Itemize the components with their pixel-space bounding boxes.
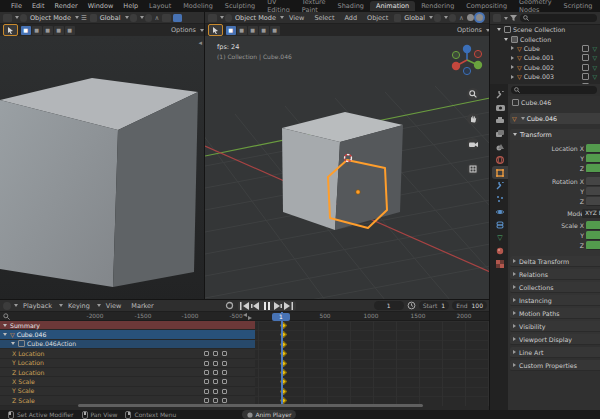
channel-summary[interactable]: Summary (0, 321, 255, 330)
editor-type-3dview-icon[interactable] (208, 14, 217, 22)
mesh-data-icon[interactable] (582, 73, 589, 80)
viewport-left-canvas[interactable]: ◂ (0, 36, 204, 300)
tab-output[interactable] (492, 114, 508, 127)
auto-keying-record-icon[interactable] (225, 301, 234, 310)
current-frame-field[interactable]: 1 (374, 301, 404, 310)
scale-y-field[interactable] (586, 231, 600, 240)
options-center[interactable]: Options (457, 26, 482, 34)
channel-y-location[interactable]: Y Location (0, 359, 255, 368)
editor-type-3dview-icon[interactable] (3, 14, 12, 22)
tab-texture[interactable] (492, 257, 508, 270)
lock-icon[interactable] (222, 370, 227, 375)
outliner-row-collection[interactable]: Collection (490, 34, 600, 43)
editor-type-caret[interactable] (220, 16, 224, 19)
menu-select[interactable]: Select (309, 14, 339, 22)
tab-view-layer[interactable] (492, 127, 508, 140)
active-tool-select-box[interactable] (208, 24, 223, 36)
snap-caret[interactable] (140, 16, 144, 19)
outliner-row-cube003[interactable]: ▽ Cube.003 ▽ (490, 72, 600, 81)
tab-object[interactable] (492, 166, 508, 179)
tab-render[interactable] (492, 101, 508, 114)
tab-shading[interactable]: Shading (332, 1, 370, 11)
previous-keyframe-button[interactable] (251, 302, 261, 310)
keyframe-area[interactable] (255, 321, 490, 406)
rotation-y-field[interactable] (586, 187, 600, 196)
timeline-horizontal-scrollbar[interactable] (78, 404, 423, 407)
tab-material[interactable] (492, 244, 508, 257)
panel-viewport-display[interactable]: Viewport Display (510, 334, 600, 345)
object-type-caret[interactable] (521, 117, 525, 120)
toggle-ortho-icon[interactable] (467, 163, 479, 175)
menu-add[interactable]: Add (339, 14, 362, 22)
orientation-caret[interactable] (125, 16, 129, 19)
rotation-z-field[interactable] (586, 197, 600, 206)
tab-scripting[interactable]: Scripting (558, 1, 599, 11)
proportional-edit-icon[interactable] (145, 14, 152, 22)
select-mode-subtract[interactable]: ■ (248, 26, 258, 35)
select-mode-intersect[interactable]: ■ (65, 26, 75, 35)
jump-to-start-button[interactable] (240, 302, 250, 310)
mesh-data-icon[interactable] (582, 45, 589, 52)
lock-icon[interactable] (222, 361, 227, 366)
rotation-mode-dropdown[interactable]: XYZ Euler (582, 209, 600, 218)
select-mode-extend[interactable]: ■ (32, 26, 42, 35)
mode-select-left[interactable]: Object Mode (30, 14, 71, 22)
channel-action[interactable]: Cube.046Action (0, 340, 255, 349)
frame-start-field[interactable]: Start1 (419, 301, 450, 310)
location-x-field[interactable] (586, 144, 600, 153)
tab-rendering[interactable]: Rendering (415, 1, 460, 11)
mute-icon[interactable] (213, 351, 218, 356)
menu-marker[interactable]: Marker (126, 302, 158, 310)
falloff-icon[interactable]: ∧ (155, 14, 160, 22)
tab-modifiers[interactable] (492, 179, 508, 192)
channel-z-location[interactable]: Z Location (0, 368, 255, 377)
zoom-icon[interactable] (467, 88, 479, 100)
mute-icon[interactable] (213, 379, 218, 384)
lock-icon[interactable] (222, 398, 227, 403)
mute-icon[interactable] (213, 389, 218, 394)
outliner-row-cube002[interactable]: ▽ Cube.002 ▽ (490, 63, 600, 72)
channel-object[interactable]: ▽Cube.046 (0, 330, 255, 339)
outliner-search-input[interactable] (520, 14, 597, 22)
orientation-select-center[interactable]: Global (404, 14, 425, 22)
channel-search-icon[interactable] (3, 313, 11, 321)
disclosure-closed-icon[interactable] (511, 56, 514, 60)
proportional-edit-icon[interactable] (449, 14, 456, 22)
disclosure-open-icon[interactable] (504, 38, 508, 41)
disclosure-closed-icon[interactable] (511, 65, 514, 69)
lock-icon[interactable] (222, 379, 227, 384)
timeline-splitter[interactable] (0, 299, 490, 300)
lock-icon[interactable] (222, 389, 227, 394)
mute-icon[interactable] (213, 370, 218, 375)
location-z-field[interactable] (586, 164, 600, 173)
sidebar-toggle-icon[interactable]: ◂ (198, 39, 202, 47)
rotation-x-field[interactable] (586, 177, 600, 186)
hamburger-icon[interactable]: ☰ (81, 14, 87, 22)
tab-object-data[interactable]: ▽ (492, 231, 508, 244)
timeline-ruler[interactable]: -2000 -1500 -1000 -500 500 1000 1500 200… (0, 312, 490, 321)
panel-collections[interactable]: Collections (510, 282, 600, 293)
use-preview-range-clock-icon[interactable] (407, 301, 416, 310)
panel-line-art[interactable]: Line Art (510, 347, 600, 358)
tab-particles[interactable] (492, 192, 508, 205)
panel-visibility[interactable]: Visibility (510, 321, 600, 332)
panel-custom-properties[interactable]: Custom Properties (510, 360, 600, 371)
disclosure-closed-icon[interactable] (511, 46, 514, 50)
shading-solid-icon[interactable] (476, 14, 483, 21)
snap-caret[interactable] (444, 16, 448, 19)
viewport-splitter[interactable] (204, 12, 205, 300)
mode-caret[interactable] (75, 16, 79, 19)
panel-relations[interactable]: Relations (510, 269, 600, 280)
modifier-icon[interactable] (204, 351, 209, 356)
select-mode-invert[interactable]: ■ (54, 26, 64, 35)
outliner-row-cube[interactable]: ▽ Cube ▽ (490, 44, 600, 53)
modifier-icon[interactable] (204, 370, 209, 375)
select-mode-intersect[interactable]: ■ (270, 26, 280, 35)
modifier-icon[interactable] (204, 361, 209, 366)
filter-funnel-icon[interactable] (510, 15, 517, 21)
outliner-row-cube001[interactable]: ▽ Cube.001 ▽ (490, 53, 600, 62)
select-mode-set[interactable]: ■ (21, 26, 31, 35)
active-tool-select-box[interactable] (3, 24, 18, 36)
shading-solid-icon[interactable] (173, 14, 182, 22)
modifier-icon[interactable] (204, 389, 209, 394)
